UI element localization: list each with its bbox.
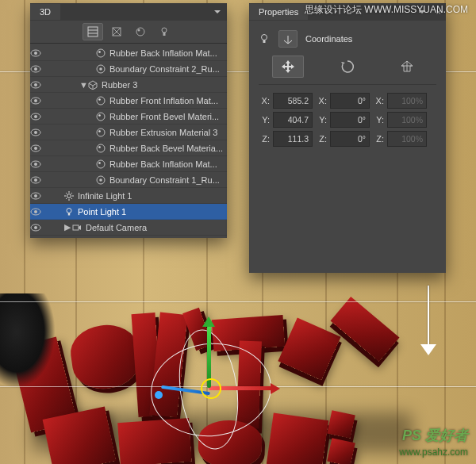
visibility-eye-icon[interactable] [30,128,46,136]
svg-line-53 [71,193,72,194]
visibility-eye-icon[interactable] [30,192,46,200]
axis-label: Z: [259,134,270,144]
horizontal-guide[interactable] [0,386,476,387]
tree-row[interactable]: Rubber Back Inflation Mat... [30,156,227,172]
svg-point-39 [98,162,101,164]
rotation-input[interactable]: 0° [330,93,370,109]
svg-point-15 [34,67,37,71]
visibility-eye-icon[interactable] [30,97,46,105]
svg-point-60 [34,226,37,229]
tree-row[interactable]: Rubber Back Bevel Materia... [30,140,227,156]
axis-label: X: [259,96,270,105]
position-input[interactable]: 585.2 [273,93,313,109]
axis-label: X: [316,96,327,105]
svg-point-43 [99,178,102,182]
mat-icon [95,159,106,170]
svg-point-46 [67,194,71,197]
svg-rect-58 [68,213,70,215]
svg-point-25 [34,115,37,118]
svg-point-8 [162,28,167,33]
tree-row-label: Boundary Constraint 2_Ru... [109,64,224,74]
visibility-eye-icon[interactable] [30,176,46,184]
tree-row-label: Infinite Light 1 [78,191,224,201]
tree-row[interactable]: Rubber Back Inflation Mat... [30,45,227,61]
tab-3d[interactable]: 3D [30,4,60,20]
tree-row-label: Rubber 3 [102,80,224,90]
tree-row[interactable]: ▶Default Camera [30,220,227,236]
twist-icon[interactable]: ▶ [63,222,71,232]
tree-row[interactable]: ▼Rubber 3 [30,77,227,93]
svg-point-19 [34,83,37,86]
filter-scene-icon[interactable] [83,23,103,40]
svg-line-51 [66,193,67,194]
tree-row[interactable]: Boundary Constraint 1_Ru... [30,172,227,188]
panel-3d-tabbar: 3D [30,3,227,21]
twist-icon[interactable]: ▼ [79,80,87,90]
coord-row: Z:111.3Z:0°Z:100% [259,131,436,147]
mode-rotate-icon[interactable] [332,56,363,78]
position-input[interactable]: 404.7 [273,112,313,128]
tree-row[interactable]: Rubber Front Inflation Mat... [30,93,227,109]
cam-icon [71,222,83,233]
panel-menu-icon[interactable] [214,10,221,13]
tree-row[interactable]: Rubber Front Bevel Materi... [30,109,227,125]
tree-row-label: Rubber Front Inflation Mat... [109,96,224,105]
mat-icon [95,143,106,154]
mode-move-icon[interactable] [272,56,304,78]
visibility-eye-icon[interactable] [30,65,46,73]
visibility-eye-icon[interactable] [30,224,46,232]
svg-point-21 [34,99,37,102]
svg-point-13 [98,51,101,53]
svg-line-65 [284,40,288,44]
svg-point-56 [34,210,37,213]
stage: 3D Rubber Back Inflation Mat...Boundary … [0,0,476,464]
svg-point-31 [98,130,101,132]
horizontal-guide[interactable] [0,301,476,302]
mode-scale-icon[interactable] [391,56,423,78]
visibility-eye-icon[interactable] [30,208,46,216]
3d-scene-tree[interactable]: Rubber Back Inflation Mat...Boundary Con… [30,44,227,237]
visibility-eye-icon[interactable] [30,160,46,168]
filter-materials-icon[interactable] [130,23,151,40]
watermark-url: www.psahz.com [399,447,468,458]
tree-row-label: Rubber Back Inflation Mat... [109,159,224,169]
tree-row[interactable]: Point Light 1 [30,204,227,220]
watermark-top: 思缘设计论坛 WWW.MISSYUAN.COM [305,3,468,17]
visibility-eye-icon[interactable] [30,113,46,121]
svg-point-62 [262,35,267,40]
svg-point-35 [98,146,101,148]
filter-meshes-icon[interactable] [106,23,127,40]
visibility-eye-icon[interactable] [30,49,46,57]
filter-lights-icon[interactable] [154,23,175,40]
svg-point-26 [97,113,105,121]
cons-icon [95,174,106,186]
scale-input: 100% [387,112,427,128]
axis-label: Y: [259,115,270,125]
tree-row[interactable]: Rubber Extrusion Material 3 [30,125,227,140]
panel-properties[interactable]: Properties × Coordinates X:585.2X:0°X:10… [249,3,446,273]
svg-point-45 [34,194,37,197]
mat-icon [95,95,106,106]
axis-label: Z: [316,134,327,144]
rotation-input[interactable]: 0° [330,131,370,147]
svg-rect-61 [73,225,79,230]
mat-icon [95,127,106,138]
rotation-input[interactable]: 0° [330,112,370,128]
visibility-eye-icon[interactable] [30,81,46,89]
sun-icon [63,190,75,201]
visibility-eye-icon[interactable] [30,144,46,152]
panel-3d[interactable]: 3D Rubber Back Inflation Mat...Boundary … [30,3,227,238]
tree-row[interactable]: Infinite Light 1 [30,188,227,204]
coord-row: Y:404.7Y:0°Y:100% [259,112,436,128]
scale-input: 100% [387,93,427,109]
position-input[interactable]: 111.3 [273,131,313,147]
tree-row[interactable]: Boundary Constraint 2_Ru... [30,61,227,77]
scale-input: 100% [387,131,427,147]
tab-properties[interactable]: Properties [249,4,308,20]
watermark-logo: PS 爱好者 [402,426,468,445]
coordinates-grid: X:585.2X:0°X:100%Y:404.7Y:0°Y:100%Z:111.… [259,93,436,147]
coordinates-icon[interactable] [278,30,298,48]
svg-point-6 [136,28,144,36]
tree-row-label: Default Camera [86,223,224,232]
annotation-arrow [420,286,436,357]
